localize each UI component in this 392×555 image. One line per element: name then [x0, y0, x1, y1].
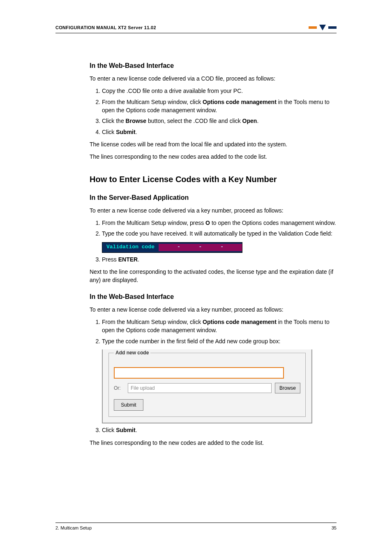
list-item: From the Multicam Setup window, click Op…	[102, 98, 337, 115]
bold-text: Submit	[116, 427, 135, 433]
bold-text: Options code management	[203, 99, 277, 105]
dash-icon: -	[177, 243, 180, 251]
text: Click	[102, 427, 116, 433]
text: button, select the .COD file and click	[146, 118, 242, 124]
intro-text: To enter a new license code delivered vi…	[90, 305, 337, 314]
bold-text: Browse	[126, 118, 147, 124]
validation-code-screenshot: Validation code - - -	[102, 242, 242, 253]
list-item: Type the code number in the first field …	[102, 337, 337, 424]
steps-list: From the Multicam Setup window, click Op…	[90, 318, 337, 435]
text: .	[257, 118, 258, 124]
list-item: From the Multicam Setup window, click Op…	[102, 318, 337, 335]
text: Type the code number in the first field …	[102, 338, 280, 345]
section-heading-web-key: In the Web-Based Interface	[90, 292, 337, 301]
add-new-code-fieldset: Add new code Or: File upload Browse Subm…	[108, 349, 306, 417]
browse-button[interactable]: Browse	[275, 383, 300, 393]
logo-bar-left	[309, 26, 317, 29]
text: Click the	[102, 118, 126, 124]
text: Press	[102, 256, 118, 263]
add-new-code-screenshot: Add new code Or: File upload Browse Subm…	[102, 349, 312, 423]
text: .	[138, 256, 139, 263]
page-number: 35	[332, 525, 337, 530]
code-input[interactable]	[114, 367, 284, 379]
header-title: CONFIGURATION MANUAL XT2 Server 11.02	[55, 25, 156, 30]
steps-list: Copy the .COD file onto a drive availabl…	[90, 87, 337, 136]
text: .	[136, 427, 137, 433]
footer-section: 2. Multicam Setup	[55, 525, 92, 530]
bold-text: ENTER	[118, 256, 138, 263]
paragraph: The license codes will be read from the …	[90, 140, 337, 148]
list-item: Click the Browse button, select the .COD…	[102, 117, 337, 125]
list-item: Click Submit.	[102, 426, 337, 434]
text: From the Multicam Setup window, press	[102, 220, 205, 226]
text: to open the Options codes management win…	[210, 220, 336, 226]
bold-text: Submit	[116, 129, 135, 135]
paragraph: Next to the line corresponding to the ac…	[90, 268, 337, 284]
logo-v	[319, 25, 326, 30]
paragraph: The lines corresponding to the new codes…	[90, 439, 337, 447]
section-heading-server-key: In the Server-Based Application	[90, 193, 337, 202]
page-header: CONFIGURATION MANUAL XT2 Server 11.02	[55, 25, 337, 33]
list-item: Type the code you have received. It will…	[102, 229, 337, 252]
intro-text: To enter a new license code delivered vi…	[90, 206, 337, 215]
bold-text: Open	[242, 118, 257, 124]
submit-button[interactable]: Submit	[114, 399, 143, 411]
dash-icon: -	[199, 243, 202, 251]
bold-text: Options code management	[203, 319, 277, 325]
file-upload-input[interactable]: File upload	[128, 383, 272, 393]
evs-logo	[309, 25, 337, 30]
validation-code-label: Validation code	[102, 243, 159, 251]
text: Type the code you have received. It will…	[102, 230, 332, 237]
validation-code-field: - - -	[159, 244, 242, 251]
section-heading-keynumber: How to Enter License Codes with a Key Nu…	[90, 173, 337, 185]
list-item: Press ENTER.	[102, 255, 337, 264]
list-item: From the Multicam Setup window, press O …	[102, 219, 337, 227]
logo-bar-right	[328, 26, 337, 29]
paragraph: The lines corresponding to the new codes…	[90, 153, 337, 161]
list-item: Copy the .COD file onto a drive availabl…	[102, 87, 337, 95]
bold-text: O	[205, 220, 210, 226]
dash-icon: -	[220, 243, 224, 251]
steps-list: From the Multicam Setup window, press O …	[90, 219, 337, 264]
list-item: Click Submit.	[102, 128, 337, 136]
page-content: In the Web-Based Interface To enter a ne…	[90, 53, 337, 451]
section-heading-web-cod: In the Web-Based Interface	[90, 61, 337, 70]
page-footer: 2. Multicam Setup 35	[55, 523, 337, 530]
text: From the Multicam Setup window, click	[102, 99, 203, 105]
text: From the Multicam Setup window, click	[102, 319, 203, 325]
intro-text: To enter a new license code delivered vi…	[90, 74, 337, 83]
text: .	[136, 129, 137, 135]
fieldset-legend: Add new code	[114, 349, 150, 356]
or-label: Or:	[114, 385, 125, 392]
text: Click	[102, 129, 116, 135]
